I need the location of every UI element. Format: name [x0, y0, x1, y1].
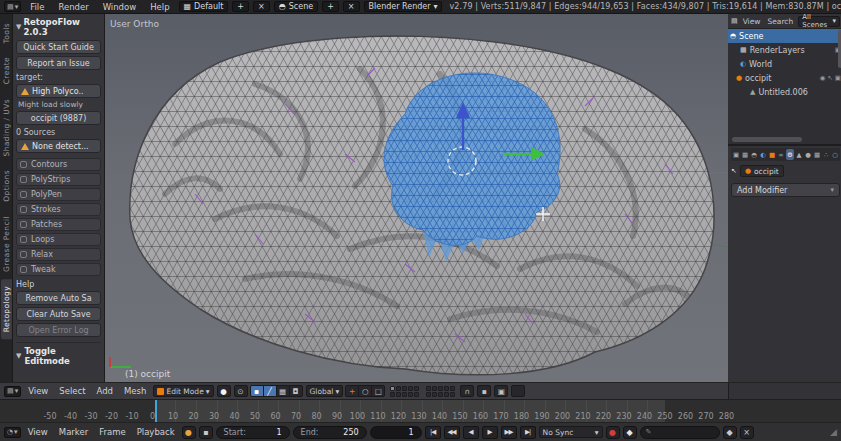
render-toggle-icon[interactable]: ▣ — [835, 74, 841, 82]
frame-end-field[interactable]: End: 250 — [293, 426, 367, 439]
lock-time-button[interactable]: ▪ — [199, 426, 213, 439]
clear-autosave-button[interactable]: Clear Auto Save — [16, 307, 101, 321]
scene-close-button[interactable]: × — [343, 1, 360, 12]
snap-magnet-icon[interactable]: ∩ — [460, 385, 474, 397]
face-select-button[interactable]: ▦ — [276, 385, 290, 397]
snap-element-selector[interactable]: ▪ — [477, 385, 491, 397]
tab-modifiers-icon[interactable]: ⚙ — [786, 149, 794, 160]
viewport-canvas[interactable] — [105, 14, 728, 382]
editor-type-icon[interactable]: ▤ — [731, 17, 738, 25]
outliner-horizontal-scrollbar[interactable] — [732, 137, 802, 142]
editor-type-button[interactable]: ▤ ▾ — [4, 386, 21, 397]
tab-texture-icon[interactable]: ▦ — [813, 149, 821, 160]
pin-icon[interactable]: ↖ — [731, 167, 737, 175]
translate-manipulator-button[interactable]: + — [345, 385, 359, 397]
breadcrumb-object-chip[interactable]: ● occipit — [740, 165, 784, 177]
play-button[interactable]: ▶ — [482, 426, 498, 439]
help-label[interactable]: Help — [16, 280, 101, 289]
retopoflow-panel-header[interactable]: ▼ RetopoFlow 2.0.3 — [16, 17, 101, 37]
vertex-select-button[interactable]: ▪ — [250, 385, 264, 397]
viewport-shading-selector[interactable]: ● — [217, 385, 231, 397]
tab-shading-uvs[interactable]: Shading / UVs — [1, 92, 12, 164]
outliner-row-scene[interactable]: ◓ Scene — [728, 29, 841, 43]
visibility-toggle-icon[interactable]: ◉ — [820, 74, 826, 82]
frame-start-field[interactable]: Start: 1 — [216, 426, 290, 439]
rotate-manipulator-button[interactable]: ○ — [358, 385, 372, 397]
editor-type-button[interactable]: ▤ ▾ — [4, 1, 21, 12]
menu-select[interactable]: Select — [55, 386, 89, 396]
3d-viewport[interactable]: User Ortho (1) occipit — [105, 14, 728, 382]
layer-toggle-grid[interactable] — [390, 386, 419, 397]
preview-range-button[interactable]: ● — [182, 426, 196, 439]
outliner-menu-search[interactable]: Search — [765, 17, 795, 26]
outliner-row-mesh-data[interactable]: ▲ Untitled.006 — [728, 85, 841, 99]
open-error-log-button[interactable]: Open Error Log — [16, 323, 101, 337]
tab-particles-icon[interactable]: ∴ — [822, 149, 830, 160]
tab-grease-pencil[interactable]: Grease Pencil — [1, 209, 12, 279]
outliner-row-world[interactable]: ◐ World — [728, 57, 841, 71]
tab-constraints-icon[interactable]: ∞ — [777, 149, 785, 160]
tool-polystrips-button[interactable]: PolyStrips — [16, 173, 101, 186]
outliner-row-occipit[interactable]: ● occipit ◉ ↖ ▣ — [728, 71, 841, 85]
mode-selector[interactable]: Edit Mode ▾ — [153, 385, 213, 397]
jump-to-start-button[interactable]: |◀ — [425, 426, 441, 439]
menu-frame[interactable]: Frame — [95, 427, 129, 437]
tool-contours-button[interactable]: Contours — [16, 158, 101, 171]
menu-window[interactable]: Window — [98, 2, 142, 12]
tab-data-icon[interactable]: ▲ — [795, 149, 803, 160]
scale-manipulator-button[interactable]: □ — [371, 385, 385, 397]
tool-relax-button[interactable]: Relax — [16, 248, 101, 261]
limit-to-visible-button[interactable]: ◘ — [289, 385, 303, 397]
screen-layout-selector[interactable]: ▦ Default — [179, 1, 229, 12]
timeline-ruler[interactable]: -50-40-30-20-100102030405060708090100110… — [0, 399, 841, 422]
menu-add[interactable]: Add — [93, 386, 117, 396]
next-keyframe-button[interactable]: ▶▶ — [501, 426, 517, 439]
tool-loops-button[interactable]: Loops — [16, 233, 101, 246]
sync-mode-selector[interactable]: No Sync ▾ — [539, 426, 603, 438]
scene-selector[interactable]: ◓ Scene — [274, 1, 318, 12]
editor-type-button[interactable]: ◔ ▾ — [4, 427, 21, 438]
jump-to-end-button[interactable]: ▶| — [520, 426, 536, 439]
tab-options[interactable]: Options — [1, 163, 12, 209]
quick-start-guide-button[interactable]: Quick Start Guide — [16, 40, 101, 54]
current-frame-field[interactable]: 1 — [370, 426, 422, 439]
keying-set-field[interactable]: ✎ — [640, 426, 720, 439]
high-polycount-warning-button[interactable]: High Polyco.. — [16, 84, 101, 98]
tool-tweak-button[interactable]: Tweak — [16, 263, 101, 276]
tab-world-icon[interactable]: ◐ — [759, 149, 767, 160]
tool-polypen-button[interactable]: PolyPen — [16, 188, 101, 201]
previous-keyframe-button[interactable]: ◀◀ — [444, 426, 460, 439]
tab-scene-icon[interactable]: ◓ — [750, 149, 758, 160]
outliner-row-renderlayers[interactable]: ▦ RenderLayers ▣ — [728, 43, 841, 57]
tab-retopology[interactable]: Retopology — [1, 279, 12, 339]
tool-strokes-button[interactable]: Strokes — [16, 203, 101, 216]
remove-autosave-button[interactable]: Remove Auto Sa — [16, 291, 101, 305]
tab-object-icon[interactable]: ■ — [768, 149, 776, 160]
add-modifier-button[interactable]: Add Modifier ▾ — [731, 183, 840, 197]
menu-playback[interactable]: Playback — [133, 427, 179, 437]
render-engine-selector[interactable]: Blender Render ▾ — [364, 1, 442, 12]
outliner-menu-view[interactable]: View — [741, 17, 763, 26]
edge-select-button[interactable]: ╱ — [263, 385, 277, 397]
menu-help[interactable]: Help — [145, 2, 174, 12]
opengl-render-anim-button[interactable] — [511, 385, 525, 397]
menu-mesh[interactable]: Mesh — [120, 386, 150, 396]
opengl-render-button[interactable]: ▣ — [494, 385, 508, 397]
layout-add-button[interactable]: + — [232, 1, 249, 12]
menu-marker[interactable]: Marker — [55, 427, 92, 437]
auto-keyframe-button[interactable]: ● — [606, 426, 620, 439]
tab-material-icon[interactable]: ● — [804, 149, 812, 160]
transform-orientation-selector[interactable]: Global ▾ — [306, 385, 344, 397]
none-detected-warning-button[interactable]: None detect... — [16, 139, 101, 153]
menu-view[interactable]: View — [24, 427, 52, 437]
target-object-button[interactable]: occipit (9887) — [16, 111, 101, 125]
tool-patches-button[interactable]: Patches — [16, 218, 101, 231]
layout-close-button[interactable]: × — [253, 1, 270, 12]
keyframe-insert-button[interactable]: ◆ — [623, 426, 637, 439]
pivot-point-selector[interactable]: ⊙ — [234, 385, 248, 397]
insert-keyframe-icon-button[interactable]: ◆ — [723, 426, 737, 439]
tab-render-icon[interactable]: ▣ — [732, 149, 740, 160]
corner-resize-grip[interactable]: ◢ — [830, 427, 837, 437]
report-issue-button[interactable]: Report an Issue — [16, 56, 101, 70]
scene-add-button[interactable]: + — [322, 1, 339, 12]
